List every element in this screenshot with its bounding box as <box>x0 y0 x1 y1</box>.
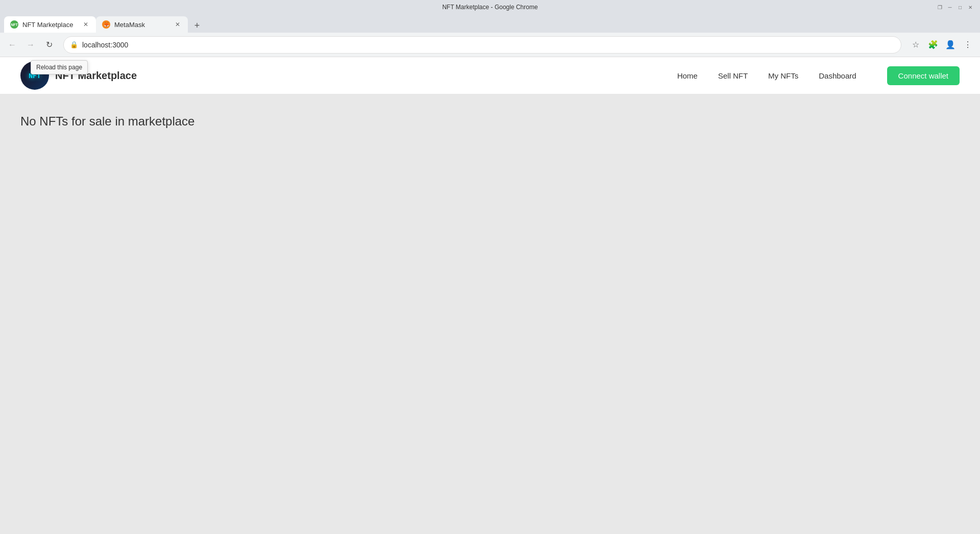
window-controls: ❐ ─ □ ✕ <box>936 4 974 11</box>
minimize-icon: ─ <box>948 5 951 10</box>
empty-state-message: No NFTs for sale in marketplace <box>20 114 960 129</box>
maximize-button[interactable]: □ <box>957 4 964 11</box>
puzzle-icon: 🧩 <box>928 40 938 49</box>
back-icon: ← <box>8 40 16 49</box>
title-bar: NFT Marketplace - Google Chrome ❐ ─ □ ✕ <box>0 0 980 14</box>
star-icon: ☆ <box>912 40 919 49</box>
toolbar: ← → ↻ Reload this page 🔒 localhost:3000 … <box>0 33 980 57</box>
tab-close-metamask[interactable]: ✕ <box>174 20 182 29</box>
tab-favicon-metamask: 🦊 <box>102 20 110 29</box>
connect-wallet-button[interactable]: Connect wallet <box>887 66 960 85</box>
tab-close-nft[interactable]: ✕ <box>82 20 90 29</box>
forward-icon: → <box>27 40 35 49</box>
back-button[interactable]: ← <box>4 37 20 53</box>
nav-my-nfts[interactable]: My NFTs <box>768 71 798 80</box>
kebab-menu-icon: ⋮ <box>964 40 972 49</box>
tab-bar: NFT NFT Marketplace ✕ 🦊 MetaMask ✕ + <box>0 14 980 33</box>
site-navbar: NFT NFT Marketplace Home Sell NFT My NFT… <box>0 57 980 94</box>
menu-button[interactable]: ⋮ <box>960 37 976 53</box>
nav-dashboard[interactable]: Dashboard <box>819 71 856 80</box>
chrome-window: NFT Marketplace - Google Chrome ❐ ─ □ ✕ … <box>0 0 980 534</box>
maximize-icon: □ <box>959 5 962 10</box>
close-icon: ✕ <box>968 5 972 10</box>
new-tab-button[interactable]: + <box>190 18 204 33</box>
forward-button[interactable]: → <box>22 37 39 53</box>
profile-button[interactable]: 👤 <box>942 37 959 53</box>
reload-button[interactable]: ↻ <box>41 37 57 53</box>
minimize-button[interactable]: ─ <box>946 4 953 11</box>
site-navigation: Home Sell NFT My NFTs Dashboard Connect … <box>677 66 960 85</box>
profile-icon: 👤 <box>945 40 955 49</box>
tab-favicon-text-metamask: 🦊 <box>104 22 109 27</box>
page-content: No NFTs for sale in marketplace <box>0 94 980 534</box>
bookmark-star-button[interactable]: ☆ <box>908 37 924 53</box>
tab-label-nft-marketplace: NFT Marketplace <box>22 21 78 29</box>
lock-icon: 🔒 <box>70 41 78 48</box>
extensions-button[interactable]: 🧩 <box>925 37 941 53</box>
tab-metamask[interactable]: 🦊 MetaMask ✕ <box>96 16 188 33</box>
toolbar-actions: ☆ 🧩 👤 ⋮ <box>908 37 976 53</box>
restore-down-button[interactable]: ❐ <box>936 4 943 11</box>
nav-home[interactable]: Home <box>677 71 698 80</box>
tab-favicon-nft: NFT <box>10 20 18 29</box>
tab-label-metamask: MetaMask <box>114 21 169 29</box>
window-title: NFT Marketplace - Google Chrome <box>442 4 537 11</box>
reload-tooltip: Reload this page <box>31 60 88 74</box>
tab-favicon-text-nft: NFT <box>11 23 18 27</box>
reload-icon: ↻ <box>46 40 53 49</box>
tab-nft-marketplace[interactable]: NFT NFT Marketplace ✕ <box>4 16 96 33</box>
website-frame: NFT NFT Marketplace Home Sell NFT My NFT… <box>0 57 980 534</box>
address-bar[interactable]: 🔒 localhost:3000 <box>63 36 901 54</box>
close-button[interactable]: ✕ <box>967 4 974 11</box>
nav-sell-nft[interactable]: Sell NFT <box>718 71 748 80</box>
restore-icon: ❐ <box>938 5 942 10</box>
url-display: localhost:3000 <box>82 41 895 49</box>
